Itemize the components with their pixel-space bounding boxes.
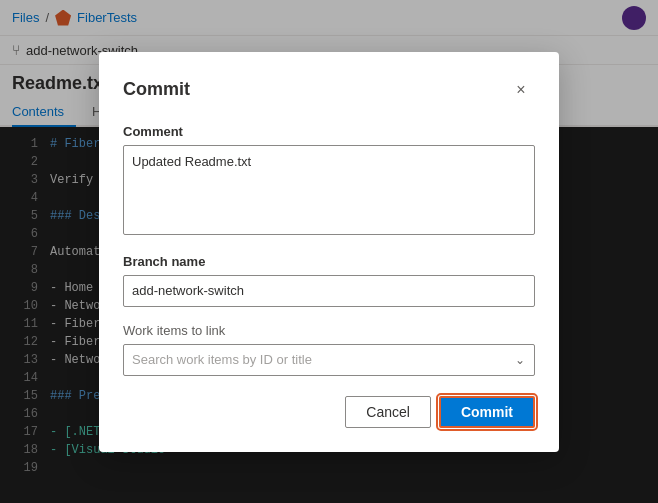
work-items-select[interactable]: Search work items by ID or title [123,344,535,376]
branch-name-input[interactable] [123,275,535,307]
work-items-select-wrapper: Search work items by ID or title ⌄ [123,344,535,376]
commit-button[interactable]: Commit [439,396,535,428]
work-items-field: Work items to link Search work items by … [123,323,535,376]
branch-name-field: Branch name [123,254,535,307]
modal-header: Commit × [123,76,535,104]
modal-close-button[interactable]: × [507,76,535,104]
work-items-label: Work items to link [123,323,535,338]
cancel-button[interactable]: Cancel [345,396,431,428]
modal-footer: Cancel Commit [123,396,535,428]
modal-overlay: Commit × Comment Updated Readme.txt Bran… [0,0,658,503]
comment-textarea[interactable]: Updated Readme.txt [123,145,535,235]
commit-modal: Commit × Comment Updated Readme.txt Bran… [99,52,559,452]
modal-title: Commit [123,79,190,100]
comment-field: Comment Updated Readme.txt [123,124,535,238]
branch-name-label: Branch name [123,254,535,269]
comment-label: Comment [123,124,535,139]
